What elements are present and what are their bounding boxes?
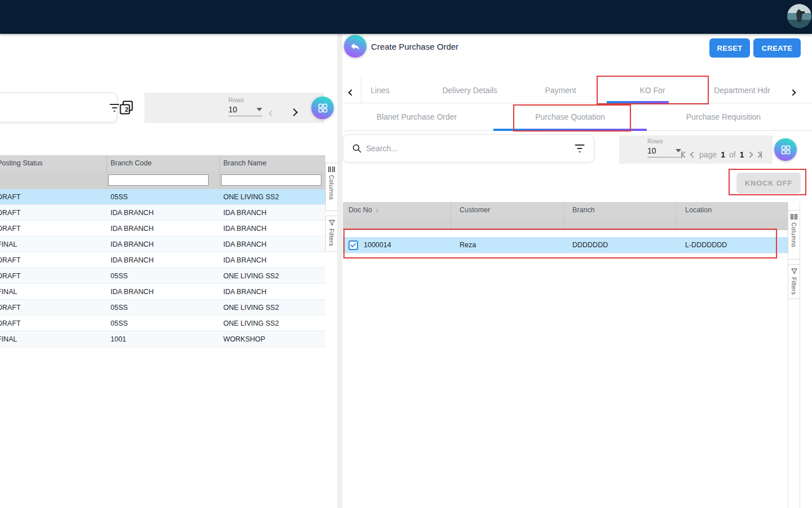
table-row[interactable]: DRAFT 05SS ONE LIVING SS2 [0,300,325,316]
right-search-input[interactable] [366,144,575,153]
table-spacer [343,230,788,237]
right-filters-tab[interactable]: Filters [788,264,800,299]
right-table-header: Doc No ↓ Customer Branch Location [343,202,788,218]
knock-off-button[interactable]: KNOCK OFF [736,173,801,194]
subtab-purchase-requisition[interactable]: Purchase Requisition [686,112,761,121]
tab-scroll-right-icon[interactable] [791,87,795,97]
table-row[interactable]: DRAFT 05SS ONE LIVING SS2 [0,189,325,205]
svg-text:2: 2 [125,106,129,113]
cell-branch-name: IDA BRANCH [220,240,325,248]
branch-name-filter-input[interactable] [221,174,321,186]
col-header-location[interactable]: Location [677,202,788,218]
right-toolbar-background [619,135,773,164]
cell-branch-code: 05SS [107,304,220,312]
cell-posting-status: FINAL [0,240,17,248]
cell-posting-status: DRAFT [0,209,21,217]
tab-delivery-details[interactable]: Delivery Details [442,86,497,95]
cell-branch: DDDDDDD [564,241,677,249]
cell-branch-code: 05SS [107,272,220,280]
row-checkbox[interactable] [348,240,358,250]
rows-label: Rows [647,138,681,144]
branch-code-filter-input[interactable] [108,174,209,186]
last-page-button[interactable] [756,151,762,158]
right-search-box [343,134,594,163]
tab-scroll-left-icon[interactable] [349,87,354,97]
tab-department-hdr[interactable]: Department Hdr [714,86,770,95]
left-filters-tab[interactable]: Filters [325,216,338,252]
prev-page-button[interactable] [691,152,695,157]
cell-branch-code: IDA BRANCH [107,225,220,233]
left-table: Posting Status Branch Code Branch Name D… [0,155,325,347]
cell-posting-status: FINAL [0,288,17,296]
right-rows-per-page: Rows 10 [647,138,681,157]
cell-branch-name: ONE LIVING SS2 [220,304,325,312]
cell-branch-name: WORKSHOP [220,335,325,343]
table-row[interactable]: DRAFT 05SS ONE LIVING SS2 [0,268,325,284]
avatar-photo [787,4,811,28]
cell-branch-code: IDA BRANCH [107,209,220,217]
sub-tab-bar: Blanet Purchase Order Purchase Quotation… [342,103,812,131]
table-row[interactable]: 1000014 Reza DDDDDDD L-DDDDDDD [343,237,788,253]
col-header-posting-status[interactable]: Posting Status [0,155,107,171]
cell-branch-code: IDA BRANCH [107,256,220,264]
tab-payment[interactable]: Payment [545,86,576,95]
left-rows-select[interactable]: 10 [228,105,262,116]
of-label: of [729,150,736,159]
cell-location: L-DDDDDDD [677,241,788,249]
left-next-page-button[interactable] [291,107,297,117]
cell-branch-code: IDA BRANCH [107,240,220,248]
magnifier-icon [352,144,361,153]
cell-posting-status: FINAL [0,335,17,343]
right-grid-view-button[interactable] [774,138,797,161]
create-button[interactable]: CREATE [753,38,801,58]
left-grid-view-button[interactable] [311,97,334,119]
cell-branch-name: ONE LIVING SS2 [220,319,325,327]
col-header-doc-no[interactable]: Doc No ↓ [343,202,451,218]
left-search-box [0,93,117,122]
filters-tab-label: Filters [791,277,797,295]
table-row[interactable]: DRAFT IDA BRANCH IDA BRANCH [0,221,325,237]
table-row[interactable]: DRAFT IDA BRANCH IDA BRANCH [0,252,325,268]
left-search-filter-icon[interactable] [109,104,120,112]
columns-bars-icon [791,214,797,220]
left-side-tab-strip: Columns Filters [325,155,338,508]
first-page-button[interactable] [681,151,687,158]
col-header-branch[interactable]: Branch [564,202,677,218]
next-page-button[interactable] [748,152,752,157]
right-table-body: 1000014 Reza DDDDDDD L-DDDDDDD [343,237,788,253]
user-avatar[interactable] [787,4,811,28]
back-button[interactable] [344,35,367,58]
tab-lines[interactable]: Lines [370,86,389,95]
cell-branch-code: 1001 [107,335,220,343]
pagination-controls: page 1 of 1 [681,150,762,159]
rows-label: Rows [228,97,262,103]
table-row[interactable]: FINAL IDA BRANCH IDA BRANCH [0,284,325,300]
table-row[interactable]: DRAFT IDA BRANCH IDA BRANCH [0,205,325,221]
right-search-filter-icon[interactable] [575,144,585,152]
left-search-input[interactable] [7,93,109,122]
cell-posting-status: DRAFT [0,319,21,327]
right-columns-tab[interactable]: Columns [788,210,800,260]
col-header-branch-code[interactable]: Branch Code [107,155,220,171]
reply-arrow-icon [350,41,361,52]
cell-branch-name: IDA BRANCH [220,225,325,233]
right-table-filter-row [343,218,788,230]
table-row[interactable]: FINAL 1001 WORKSHOP [0,331,325,347]
grid-2x2-icon [318,103,328,113]
table-row[interactable]: DRAFT 05SS ONE LIVING SS2 [0,316,325,331]
left-table-header: Posting Status Branch Code Branch Name [0,155,325,171]
col-header-branch-name[interactable]: Branch Name [220,155,325,171]
table-row[interactable]: FINAL IDA BRANCH IDA BRANCH [0,237,325,252]
page-label: page [699,150,717,159]
right-rows-select[interactable]: 10 [647,146,681,157]
subtab-purchase-quotation[interactable]: Purchase Quotation [535,112,605,121]
left-columns-tab[interactable]: Columns [325,163,338,211]
tab-ko-for[interactable]: KO For [639,86,665,95]
left-prev-page-button[interactable] [270,108,274,118]
col-header-customer[interactable]: Customer [451,202,564,218]
reset-button[interactable]: RESET [709,38,750,58]
subtab-blanket-purchase-order[interactable]: Blanet Purchase Order [377,112,457,121]
left-table-filter-row [0,171,325,189]
pages-2-icon[interactable]: 2 [119,100,134,115]
panel-divider [337,34,342,508]
